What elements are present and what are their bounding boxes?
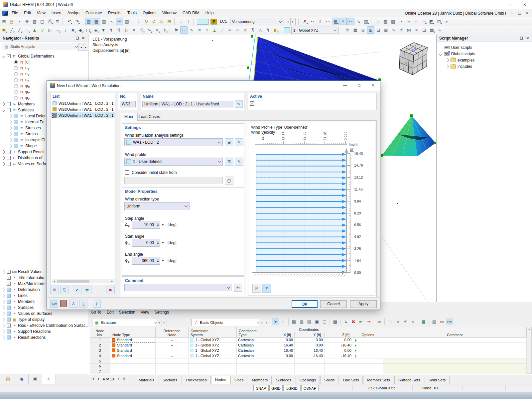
tree-item-uy[interactable]: ⊓uY (9, 71, 30, 77)
tree-item-max-min-inform[interactable]: ✓◔Max/Min Inform (2, 281, 46, 287)
pager-prev-icon[interactable]: ◂ (95, 375, 101, 380)
cell-x-ft--row-5[interactable] (265, 358, 295, 364)
guide-line-icon[interactable]: ⊥ (177, 18, 185, 25)
units-settings-button[interactable]: 0.00 (50, 300, 58, 308)
zoom-center-icon[interactable]: ⊕ (359, 26, 367, 34)
nonlinearity-icon[interactable]: ↯ (264, 26, 272, 34)
cell-z-ft--row-5[interactable] (325, 358, 353, 364)
zoom-window-icon[interactable]: ⊞ (367, 26, 374, 34)
delete-wind-load-button[interactable]: ✖ (106, 286, 115, 294)
tree-item-type-of-display[interactable]: ▦Type of display (2, 317, 45, 323)
tree-item-result-values[interactable]: ✓x.xxResult Values (2, 269, 42, 275)
checkbox[interactable] (7, 108, 11, 112)
cell-z-ft--row-4[interactable]: -16.40 (325, 353, 353, 358)
comment-field[interactable] (124, 284, 232, 291)
analysis-next-button[interactable]: ▸ (83, 44, 88, 51)
tree-item-x[interactable]: ⊓φX (9, 83, 30, 89)
checkbox[interactable] (7, 162, 11, 166)
cell-node-row-4[interactable]: -- (156, 353, 189, 358)
cell-y-ft--row-1[interactable]: 0.00 (295, 337, 325, 343)
cell-options-row-1[interactable]: ▲ (353, 337, 383, 343)
table-tab-surfaces[interactable]: Surfaces (272, 376, 295, 384)
close-script-panel-icon[interactable]: ✕ (526, 36, 529, 40)
toggle-lgrid[interactable]: LGRID (283, 385, 301, 391)
table-menu-go-to[interactable]: Go To (88, 309, 104, 317)
dlubal-center-icon[interactable]: ◔ (16, 18, 23, 25)
member-load-icon[interactable]: ⇈ (115, 26, 122, 34)
dialog-close-icon[interactable]: ✕ (366, 81, 380, 90)
new-load-icon[interactable]: ⇩ (135, 18, 142, 25)
tree-item-members[interactable]: ◔Members (2, 299, 35, 305)
cell-z-ft--row-7[interactable] (325, 369, 353, 374)
checkbox[interactable]: ✓ (7, 276, 11, 280)
table-view-5-icon[interactable]: ▢ (321, 318, 328, 325)
no-field[interactable]: WS3 (120, 101, 136, 107)
table-view-1-icon[interactable]: ▦ (290, 318, 298, 325)
table-view-4-icon[interactable]: ▣ (313, 318, 321, 325)
print-icon[interactable]: ⎙ (46, 18, 54, 25)
tree-item-values-on-surfaces[interactable]: ◔Values on Surfaces (2, 311, 52, 317)
surface-load-icon[interactable]: ⇊ (123, 26, 130, 34)
nav-tab-results-icon[interactable]: ∿ (42, 374, 56, 384)
table-menu-view[interactable]: View (138, 309, 152, 317)
menu-file[interactable]: File (9, 9, 21, 17)
supports-view-icon[interactable]: ⊥ (211, 26, 218, 34)
table-view-3-icon[interactable]: ▤ (306, 318, 313, 325)
tree-item-members[interactable]: ∿Members (2, 101, 35, 107)
radio-off[interactable] (14, 72, 18, 76)
menu-options[interactable]: Options (140, 9, 159, 17)
tree-item-z[interactable]: ⊓φZ (9, 95, 30, 101)
table-tab-materials[interactable]: Materials (135, 376, 158, 384)
settings-icon[interactable]: ⊡ (421, 26, 428, 34)
tree-item-local-defor[interactable]: ≋Local Defor (9, 113, 46, 119)
tab-load-cases[interactable]: Load Cases (137, 113, 161, 120)
tree-item-surfaces[interactable]: ◔Surfaces (2, 305, 34, 311)
cell-node-row-3[interactable]: -- (156, 348, 189, 353)
checkbox[interactable] (7, 294, 11, 298)
cell-x-ft--row-2[interactable]: 16.40 (265, 343, 295, 348)
section-icon[interactable]: ∿ (146, 26, 153, 34)
checkbox[interactable] (7, 306, 11, 310)
pick-lasso-icon[interactable]: ◌ (280, 318, 287, 325)
close-button[interactable]: ✕ (517, 0, 532, 9)
lock-1-icon[interactable]: ✳ (153, 26, 161, 34)
zoom-percent-icon[interactable]: % (390, 26, 397, 34)
mesh-refinement-icon[interactable]: ⌗ (130, 26, 138, 34)
initial-state-browse-button[interactable]: ▢ (225, 177, 233, 185)
menu-restore-icon[interactable]: ❏ (516, 10, 523, 16)
menu-edit[interactable]: Edit (21, 9, 34, 17)
expand-icon[interactable] (9, 114, 12, 118)
freeze-icon[interactable]: ▭ (376, 318, 383, 325)
expand-icon[interactable] (9, 120, 12, 124)
cell-x-ft--row-7[interactable] (265, 369, 295, 374)
cell-type-row-2[interactable]: Cartesian (237, 343, 265, 348)
import-row-icon[interactable]: ⇤ (357, 318, 365, 325)
menu-close-icon[interactable]: ✕ (523, 10, 531, 16)
display-options-icon[interactable]: ▥ (362, 18, 370, 25)
checkbox[interactable] (14, 132, 18, 136)
expand-icon[interactable] (1, 162, 5, 166)
float-script-panel-icon[interactable]: ❏ (520, 36, 523, 40)
checkbox[interactable]: ✓ (7, 270, 11, 274)
add-load-case-icon[interactable]: ⊞ (166, 18, 173, 25)
show-loads-icon[interactable]: ⇩ (317, 18, 324, 25)
new-analysis-settings-button[interactable]: ⊞ (225, 138, 233, 146)
cell-node-type-row-6[interactable] (110, 364, 156, 369)
wind-load-item-ws3[interactable]: WS3Uniform | WA1 - LOD : 2 | 1 - (51, 112, 115, 118)
menu-assign[interactable]: Assign (65, 9, 82, 17)
formula-settings-button[interactable]: ƒ (93, 300, 101, 308)
expand-icon[interactable] (1, 312, 5, 315)
formula-help-icon[interactable]: f? (409, 318, 417, 325)
table-group-prev[interactable]: ◂ (157, 319, 162, 326)
mirror-icon[interactable]: ⋈ (405, 26, 413, 34)
printout-report-icon[interactable]: ▨ (31, 18, 38, 25)
pager-first-icon[interactable]: |◂ (90, 375, 95, 380)
cell-node-row-5[interactable] (156, 358, 189, 364)
expand-icon[interactable] (9, 132, 12, 136)
pager-next-icon[interactable]: ▸ (116, 375, 121, 380)
cell-z-ft--row-1[interactable]: 0.00 (325, 337, 353, 343)
cell-node-row-6[interactable] (156, 364, 189, 369)
new-member-icon[interactable]: ╱ (16, 26, 23, 34)
load-values-icon[interactable]: x.x (324, 18, 332, 25)
script-item-user-scripts[interactable]: >SCUser scripts (439, 45, 472, 51)
